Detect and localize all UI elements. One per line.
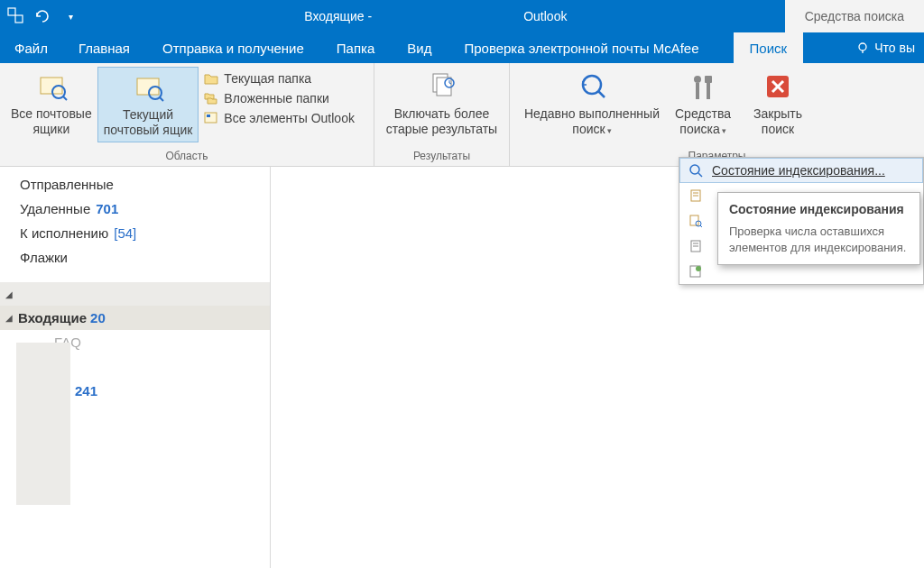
include-older-button[interactable]: Включать более старые результаты [381,67,503,141]
sidebar-item-deleted[interactable]: Удаленные 701 [0,197,270,221]
svg-point-19 [694,76,701,83]
sidebar-item-inbox[interactable]: ◢ Входящие 20 [0,306,270,330]
sidebar-item-followup[interactable]: К исполнению [54] [0,221,270,245]
recent-search-icon [576,70,608,103]
sidebar-redacted-block [16,343,70,505]
sidebar-item-label: Удаленные [20,201,90,216]
svg-rect-18 [707,83,710,99]
svg-line-9 [160,97,163,101]
sidebar-item-label: К исполнению [20,225,108,241]
close-search-button[interactable]: Закрыть поиск [745,67,810,141]
svg-rect-0 [8,8,15,15]
lightbulb-icon [856,41,869,54]
ribbon: Все почтовые ящики Текущий почтовый ящик… [0,63,924,167]
tooltip: Состояние индексирования Проверка числа … [717,192,920,265]
svg-rect-10 [205,113,217,123]
quick-access-toolbar: ▾ [0,7,87,25]
menu-item-label: Состояние индексирования... [712,163,885,178]
tell-me[interactable]: Что вы [847,32,924,63]
title-redacted [375,8,520,24]
sidebar-item-label: Отправленные [20,177,114,192]
svg-rect-17 [696,83,699,99]
search-status-icon [688,163,703,178]
include-older-label: Включать более старые результаты [386,106,497,137]
svg-line-25 [698,173,702,177]
search-tools-button[interactable]: Средства поиска [669,67,737,141]
svg-rect-20 [705,76,712,83]
subfolders-label: Вложенные папки [224,91,329,105]
sidebar-redacted [18,287,263,301]
search-tools-label: Средства поиска [675,106,731,137]
folder-pane: Отправленные Удаленные 701 К исполнению … [0,167,271,568]
close-icon [762,70,794,103]
tab-mcafee[interactable]: Проверка электронной почты McAfee [448,32,715,63]
ribbon-tabs: Файл Главная Отправка и получение Папка … [0,32,924,63]
sidebar-item-flags[interactable]: Флажки [0,245,270,270]
tab-folder[interactable]: Папка [320,32,391,63]
group-label-scope: Область [0,148,374,166]
folder-icon [204,71,218,86]
contextual-tab-label: Средства поиска [785,0,924,32]
scope-options-stack: Текущая папка Вложенные папки Все элемен… [199,67,360,128]
svg-point-36 [696,266,701,271]
collapse-caret-icon: ◢ [5,313,14,323]
tooltip-body: Проверка числа оставшихся элементов для … [729,224,909,255]
subfolders-button[interactable]: Вложенные папки [199,88,360,108]
current-mailbox-label: Текущий почтовый ящик [104,107,193,138]
group-label-results: Результаты [374,148,509,166]
svg-point-2 [859,43,866,50]
ribbon-group-options: Недавно выполненный поиск Средства поиск… [510,63,924,166]
all-mailboxes-label: Все почтовые ящики [11,106,92,137]
current-folder-label: Текущая папка [224,71,311,86]
menu-item-indexing-status[interactable]: Состояние индексирования... [679,158,923,183]
mailbox-icon [35,70,68,103]
svg-rect-29 [690,215,698,225]
outlook-items-icon [204,111,218,125]
document-search-icon [688,214,703,228]
options-icon [688,264,703,279]
svg-point-24 [690,165,699,174]
qat-customize-icon[interactable]: ▾ [61,7,79,25]
all-outlook-items-button[interactable]: Все элементы Outlook [199,108,360,128]
title-prefix: Входящие - [304,9,372,23]
sidebar-account-header[interactable]: ◢ [0,282,270,306]
close-search-label: Закрыть поиск [753,106,802,137]
document-icon [688,239,703,253]
tab-view[interactable]: Вид [391,32,448,63]
mailbox-icon [132,71,164,104]
sidebar-item-sent[interactable]: Отправленные [0,172,270,197]
tab-file[interactable]: Файл [0,32,62,63]
svg-line-16 [598,91,605,97]
tab-send-receive[interactable]: Отправка и получение [146,32,320,63]
all-outlook-items-label: Все элементы Outlook [224,111,355,125]
window-icon[interactable] [7,7,25,25]
sidebar-count: [54] [114,225,136,241]
sidebar-count: 701 [96,201,118,216]
sidebar-count: 20 [90,310,106,325]
title-suffix: Outlook [523,9,567,23]
sidebar-item-label: Входящие [18,310,87,325]
recent-searches-button[interactable]: Недавно выполненный поиск [515,67,669,141]
recent-searches-label: Недавно выполненный поиск [524,106,660,137]
svg-rect-1 [15,15,23,23]
ribbon-group-results: Включать более старые результаты Результ… [374,63,510,166]
ribbon-group-scope: Все почтовые ящики Текущий почтовый ящик… [0,63,374,166]
tooltip-title: Состояние индексирования [729,202,909,216]
sidebar-count: 241 [75,383,97,399]
tab-home[interactable]: Главная [62,32,146,63]
sidebar-item-label: Флажки [20,250,68,265]
document-icon [688,188,703,203]
title-bar: ▾ Входящие - Outlook Средства поиска [0,0,924,32]
folders-icon [204,91,218,105]
current-folder-button[interactable]: Текущая папка [199,69,360,88]
svg-rect-11 [207,115,210,117]
tab-search[interactable]: Поиск [734,32,804,63]
documents-icon [426,70,458,103]
tools-icon [687,70,719,103]
svg-line-6 [63,96,67,100]
undo-icon[interactable] [34,7,52,25]
current-mailbox-button[interactable]: Текущий почтовый ящик [97,67,199,142]
window-title: Входящие - Outlook [87,8,785,24]
collapse-caret-icon: ◢ [5,289,14,299]
all-mailboxes-button[interactable]: Все почтовые ящики [5,67,97,141]
